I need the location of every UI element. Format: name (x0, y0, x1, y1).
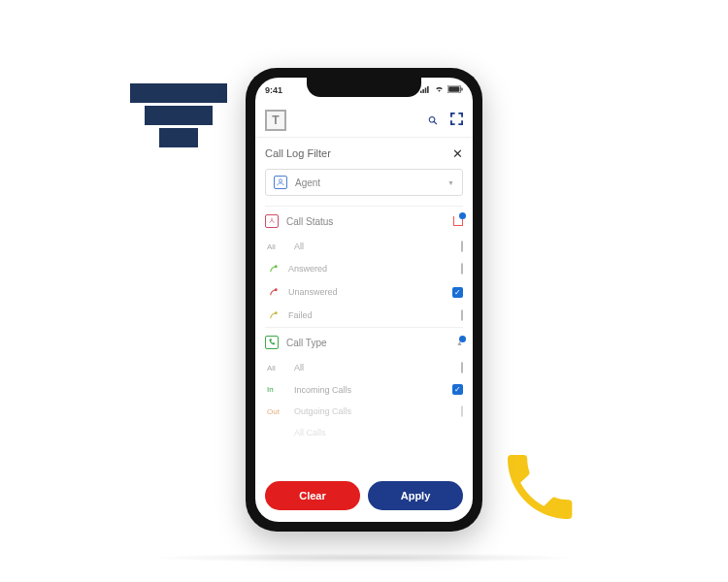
checkbox[interactable]: ✓ (452, 384, 463, 395)
funnel-decoration (130, 83, 227, 147)
option-label: Failed (288, 310, 313, 320)
logo[interactable]: T (265, 110, 286, 131)
checkbox[interactable]: ✓ (452, 287, 463, 298)
panel-header: Call Log Filter ✕ (255, 138, 473, 169)
signal-icon (420, 85, 431, 95)
type-option-incoming[interactable]: In Incoming Calls ✓ (265, 378, 463, 401)
svg-rect-0 (420, 91, 422, 93)
phone-handset-decoration (497, 444, 582, 534)
wifi-icon (434, 85, 445, 95)
call-status-label: Call Status (286, 216, 333, 227)
app-bar: T ⚲ (255, 103, 473, 138)
type-option-outgoing[interactable]: Out Outgoing Calls (265, 401, 463, 422)
call-status-indicator (453, 216, 463, 226)
search-icon[interactable]: ⚲ (424, 112, 440, 127)
status-option-failed[interactable]: Failed (265, 304, 463, 327)
agent-label: Agent (295, 178, 320, 188)
answered-icon (267, 263, 279, 275)
svg-point-10 (275, 311, 277, 313)
option-label: Unanswered (288, 287, 338, 297)
status-time: 9:41 (265, 85, 282, 95)
option-tag: All (267, 364, 284, 372)
unanswered-icon (267, 286, 279, 298)
checkbox[interactable] (461, 310, 463, 320)
option-label: Outgoing Calls (294, 406, 351, 416)
status-option-answered[interactable]: Answered (265, 257, 463, 280)
phone-screen: 9:41 T ⚲ (255, 78, 473, 522)
svg-point-9 (275, 288, 277, 290)
checkbox[interactable] (461, 406, 463, 416)
type-option-all[interactable]: All All (265, 357, 463, 378)
badge-dot (459, 212, 466, 219)
svg-rect-3 (427, 86, 429, 93)
filter-body: Agent ▼ Call Status All All (255, 169, 473, 443)
svg-rect-5 (448, 86, 459, 92)
call-type-group[interactable]: Call Type ▲ (265, 327, 463, 357)
svg-point-7 (279, 179, 281, 182)
close-icon[interactable]: ✕ (452, 146, 463, 161)
option-label: All Calls (294, 428, 326, 437)
call-type-icon (265, 336, 279, 349)
svg-rect-6 (461, 87, 462, 90)
phone-notch (307, 78, 421, 97)
svg-point-8 (275, 265, 277, 267)
option-label: All (294, 242, 304, 251)
svg-rect-2 (425, 87, 427, 93)
checkbox[interactable] (461, 264, 463, 274)
logo-letter: T (272, 113, 279, 127)
fullscreen-icon[interactable] (450, 112, 463, 129)
option-tag: All (267, 242, 284, 251)
call-status-icon (265, 214, 279, 228)
badge-dot (459, 336, 466, 342)
option-label: Answered (288, 264, 327, 274)
failed-icon (267, 309, 279, 321)
checkbox[interactable] (461, 242, 463, 251)
status-option-unanswered[interactable]: Unanswered ✓ (265, 280, 463, 304)
call-type-label: Call Type (286, 338, 327, 348)
action-buttons: Clear Apply (265, 481, 463, 510)
agent-icon (274, 176, 287, 189)
option-tag: Out (267, 407, 284, 416)
type-option-all-calls-hidden: All Calls (265, 422, 463, 443)
clear-button[interactable]: Clear (265, 481, 360, 510)
svg-rect-1 (422, 89, 424, 93)
option-label: All (294, 363, 304, 372)
panel-title: Call Log Filter (265, 147, 331, 159)
apply-button[interactable]: Apply (368, 481, 463, 510)
checkbox[interactable] (461, 363, 463, 372)
status-option-all[interactable]: All All (265, 236, 463, 257)
phone-shadow (146, 553, 582, 563)
phone-frame: 9:41 T ⚲ (246, 68, 482, 532)
option-tag: In (267, 385, 284, 394)
call-status-group[interactable]: Call Status (265, 206, 463, 236)
option-label: Incoming Calls (294, 385, 351, 395)
battery-icon (447, 85, 463, 95)
call-type-indicator: ▲ (456, 340, 463, 346)
agent-select[interactable]: Agent ▼ (265, 169, 463, 196)
chevron-down-icon: ▼ (447, 179, 454, 186)
